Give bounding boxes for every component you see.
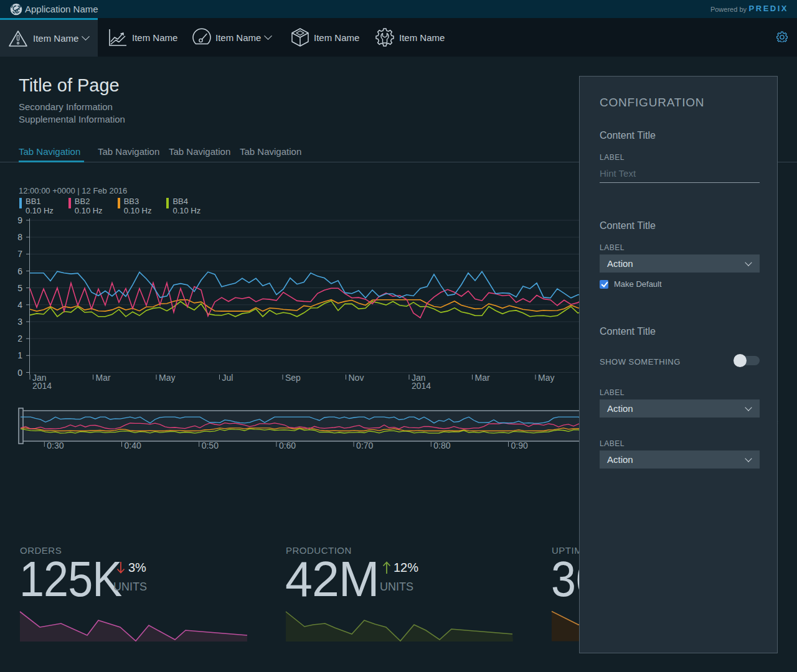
svg-text:Mar: Mar — [475, 373, 490, 383]
svg-text:5: 5 — [17, 283, 22, 293]
svg-text:0:70: 0:70 — [356, 441, 373, 450]
svg-text:May: May — [538, 373, 554, 383]
svg-text:0:90: 0:90 — [511, 441, 528, 450]
svg-text:4: 4 — [17, 300, 22, 310]
svg-text:Mar: Mar — [96, 373, 111, 383]
svg-text:3: 3 — [17, 317, 22, 327]
svg-text:1: 1 — [17, 350, 22, 360]
svg-text:0:80: 0:80 — [433, 441, 450, 450]
svg-text:2014: 2014 — [32, 381, 52, 391]
svg-text:Jul: Jul — [222, 373, 233, 383]
svg-text:2014: 2014 — [412, 381, 431, 391]
svg-text:Nov: Nov — [349, 373, 364, 383]
svg-text:8: 8 — [17, 232, 22, 242]
svg-text:0:30: 0:30 — [47, 441, 64, 450]
svg-text:6: 6 — [17, 266, 22, 276]
svg-text:2: 2 — [17, 334, 22, 343]
svg-text:Sep: Sep — [285, 373, 301, 383]
svg-text:0:40: 0:40 — [125, 441, 141, 450]
svg-text:0:60: 0:60 — [279, 441, 296, 450]
svg-text:9: 9 — [17, 215, 22, 225]
svg-text:May: May — [159, 373, 175, 383]
svg-text:0: 0 — [17, 368, 22, 378]
svg-text:7: 7 — [17, 249, 22, 259]
svg-text:0:50: 0:50 — [202, 441, 219, 450]
